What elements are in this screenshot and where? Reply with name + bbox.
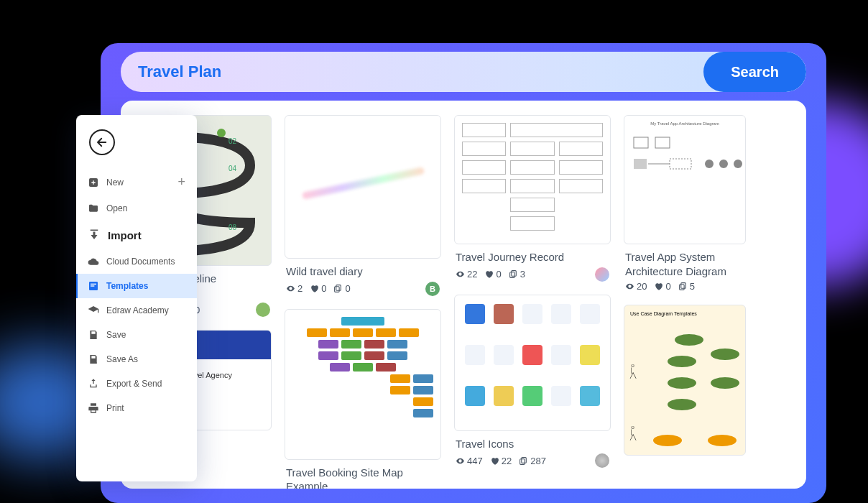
template-title: Travel Booking Site Map Example (286, 466, 440, 489)
app-window: Search 02 04 06 08 07 (101, 43, 826, 503)
arrow-left-icon (96, 136, 108, 149)
template-card[interactable]: Travel Booking Site Map Example (285, 309, 441, 489)
svg-rect-13 (522, 457, 527, 463)
print-icon (88, 402, 99, 414)
template-card[interactable]: My Travel App Architecture Diagram Trave… (624, 115, 746, 295)
template-stats: 447 22 287 (456, 453, 609, 468)
template-thumb: Use Case Diagram Templates ☺│╱╲ ☺│╱╲ (624, 305, 746, 456)
template-thumb (454, 115, 611, 244)
svg-rect-27 (91, 284, 96, 285)
likes-icon (310, 284, 319, 293)
back-button[interactable] (89, 129, 115, 155)
save-icon (88, 329, 99, 341)
svg-rect-19 (670, 159, 691, 169)
svg-rect-24 (679, 285, 684, 290)
likes-icon (484, 269, 494, 279)
template-icon (88, 280, 99, 292)
template-card[interactable]: Travel Icons 447 22 287 (454, 295, 611, 471)
svg-rect-12 (509, 272, 514, 278)
template-title: Travel Journey Record (456, 250, 609, 264)
sidebar-item-print[interactable]: Print (76, 396, 197, 420)
sidebar-label: Templates (106, 281, 148, 291)
author-avatar (595, 267, 609, 282)
svg-text:02: 02 (228, 137, 237, 145)
sidebar-item-cloud[interactable]: Cloud Documents (76, 249, 197, 274)
template-thumb (285, 309, 441, 460)
sidebar-item-templates[interactable]: Templates (76, 274, 197, 298)
template-stats: 2 0 0 B (286, 282, 440, 296)
svg-rect-9 (336, 285, 341, 291)
views-icon (625, 282, 634, 291)
svg-rect-14 (520, 458, 525, 464)
sidebar-item-export[interactable]: Export & Send (76, 372, 197, 396)
views-icon (286, 284, 295, 293)
template-thumb (454, 295, 611, 431)
grad-cap-icon (88, 305, 99, 316)
svg-rect-23 (680, 283, 685, 289)
sidebar-item-open[interactable]: Open (76, 196, 197, 221)
sidebar-label: New (106, 177, 124, 188)
svg-rect-28 (91, 285, 94, 286)
sidebar-label: Print (106, 403, 124, 413)
sidebar-item-save[interactable]: Save (76, 323, 197, 347)
template-thumb: My Travel App Architecture Diagram (624, 115, 746, 244)
author-avatar: B (425, 282, 440, 296)
template-stats: 22 0 3 (456, 267, 609, 282)
sidebar-label: Cloud Documents (106, 257, 175, 267)
folder-icon (88, 203, 99, 214)
sidebar-item-academy[interactable]: Edraw Academy (76, 298, 197, 323)
author-avatar (256, 303, 270, 317)
views-icon (456, 456, 465, 466)
search-input[interactable] (121, 63, 703, 81)
copies-icon (333, 284, 343, 293)
svg-rect-10 (335, 287, 340, 292)
copies-icon (519, 456, 528, 466)
svg-rect-11 (511, 271, 516, 277)
svg-text:08: 08 (228, 223, 237, 231)
sidebar-item-save-as[interactable]: Save As (76, 347, 197, 372)
template-card[interactable]: Travel Journey Record 22 0 3 (454, 115, 611, 285)
sidebar-label: Import (108, 229, 142, 241)
template-stats: 20 0 5 (625, 281, 744, 292)
sidebar-label: Edraw Academy (106, 305, 169, 315)
plus-icon: + (177, 175, 185, 190)
file-menu-sidebar: New + Open Import Cloud Documents Templa… (76, 115, 197, 481)
copies-icon (678, 282, 688, 291)
template-thumb (285, 115, 441, 259)
search-button[interactable]: Search (703, 52, 806, 92)
likes-icon (490, 456, 499, 466)
svg-point-20 (705, 160, 714, 168)
search-bar: Search (121, 52, 806, 92)
sidebar-label: Save As (106, 354, 138, 364)
template-title: Travel App System Architecture Diagram (625, 250, 744, 278)
template-card[interactable]: Wild travel diary 2 0 0 B (285, 115, 441, 299)
sidebar-label: Export & Send (106, 379, 162, 389)
svg-rect-15 (634, 137, 648, 148)
cloud-icon (88, 256, 99, 267)
template-title: Wild travel diary (286, 264, 440, 279)
sidebar-item-new[interactable]: New + (76, 168, 197, 196)
svg-text:04: 04 (228, 165, 237, 172)
sidebar-label: Open (106, 203, 127, 213)
save-as-icon (88, 354, 99, 365)
template-title: Travel Icons (456, 437, 609, 451)
copies-icon (509, 269, 518, 279)
download-icon (88, 229, 101, 241)
views-icon (456, 269, 465, 279)
export-icon (88, 378, 99, 389)
likes-icon (654, 282, 663, 291)
svg-rect-16 (655, 137, 670, 148)
sidebar-label: Save (106, 330, 126, 340)
svg-point-1 (217, 129, 226, 137)
svg-point-21 (719, 160, 728, 168)
template-card[interactable]: Use Case Diagram Templates ☺│╱╲ ☺│╱╲ (624, 305, 746, 456)
svg-point-22 (734, 160, 742, 168)
author-avatar (595, 453, 609, 468)
plus-square-icon (88, 177, 99, 188)
template-gallery: 02 04 06 08 07 Travel Timeline hic 14 45… (121, 101, 806, 489)
svg-rect-17 (634, 159, 647, 169)
sidebar-item-import[interactable]: Import (76, 221, 197, 249)
